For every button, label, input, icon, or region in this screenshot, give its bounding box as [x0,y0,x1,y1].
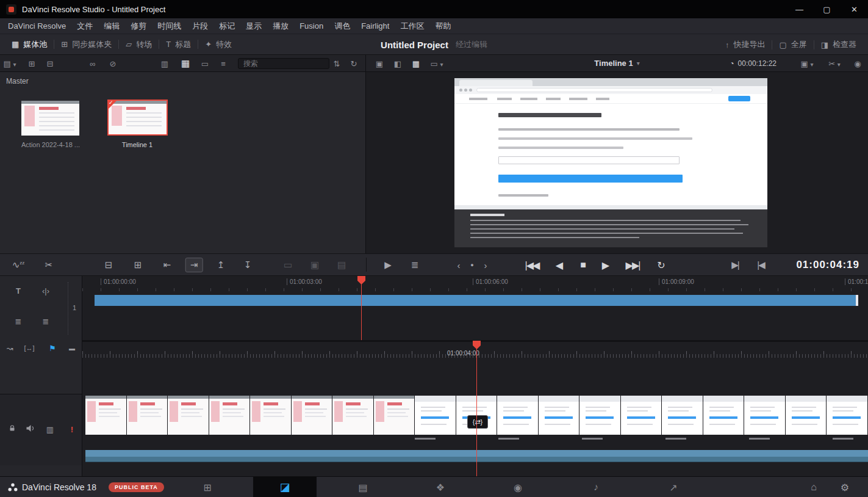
titles-button[interactable]: T 标题 [159,39,198,50]
trim-mode-button[interactable]: ‹|› [42,286,49,296]
place-on-top-button[interactable]: ↥ [217,259,225,270]
timeline-clip-thumbnail[interactable] [292,396,333,435]
menu-item-fusion[interactable]: Fusion [294,21,329,31]
timeline-clip-thumbnail[interactable] [209,396,251,435]
append-button[interactable]: ⊞ [134,259,142,270]
sort-button[interactable]: ⇅ [334,59,340,68]
timeline-clip-thumbnail[interactable] [827,396,868,435]
timeline-clip-thumbnail[interactable] [127,396,168,435]
media-pool-button[interactable]: ▦ 媒体池 [5,39,54,50]
view-filmstrip-button[interactable]: ▥ [161,59,168,68]
clip-name[interactable]: Timeline 1 [98,141,177,148]
chevron-down-icon[interactable]: ▾ [637,60,640,67]
timeline-clip-thumbnail[interactable] [744,396,786,435]
menu-item-workspace[interactable]: 工作区 [395,21,429,32]
timeline-clip-thumbnail[interactable] [168,396,209,435]
smart-insert-button[interactable]: ⊟ [105,259,113,270]
timeline-clip-thumbnail[interactable] [539,396,580,435]
menu-item-file[interactable]: 文件 [71,21,98,32]
mixer-button[interactable]: ≣ [411,259,419,270]
razor-button[interactable]: ✂ [45,259,53,270]
timeline-clip-thumbnail[interactable] [621,396,662,435]
menu-item-help[interactable]: 帮助 [429,21,456,32]
shuttle-left-icon[interactable]: ‹ [457,259,461,270]
menu-item-playback[interactable]: 播放 [267,21,294,32]
page-cut-button[interactable]: ◪ [253,477,317,497]
search-input[interactable] [238,58,329,69]
page-edit-button[interactable]: ▤ [346,477,380,497]
timeline-clip-thumbnail[interactable] [415,396,456,435]
retime-curve-button[interactable]: ↝ [7,344,13,353]
shuttle-dot-icon[interactable]: ● [470,262,473,268]
go-to-end-button[interactable]: ▶▶| [626,259,640,270]
media-clip-thumbnail-selected[interactable]: ✓ [107,100,168,136]
menu-item-timeline[interactable]: 时间线 [152,21,187,32]
media-clip-thumbnail[interactable] [21,101,79,136]
timeline-clip-thumbnail[interactable] [579,396,621,435]
audio-trim-button[interactable]: ∿zz [12,259,25,270]
sync-clips-button[interactable]: ∞ [90,59,95,68]
view-strip-button[interactable]: ▭ [201,59,209,68]
upper-timeline-clip[interactable] [95,295,858,306]
ripple-overwrite-button[interactable]: ⇤ [163,259,171,270]
viewer-photo-button[interactable]: ▣ [376,59,383,68]
maximize-button[interactable]: ▢ [813,0,841,18]
shuttle-right-icon[interactable]: › [484,259,487,270]
effects-button[interactable]: ✦ 特效 [198,39,239,50]
home-button[interactable]: ⌂ [802,477,826,497]
add-bin-button[interactable]: ⊞ [29,59,35,68]
camera-button[interactable]: ▣ ▾ [801,59,814,68]
page-color-button[interactable]: ◉ [501,477,535,497]
page-deliver-button[interactable]: ↗ [656,477,690,497]
sync-track-a-button[interactable]: ≣ [15,317,22,326]
menu-item-edit[interactable]: 编辑 [98,21,125,32]
page-media-button[interactable]: ⊞ [190,477,224,497]
clip-name[interactable]: Action 2022-4-18 ... [5,141,96,148]
close-up-button[interactable]: ⇥ [185,258,203,272]
sync-track-b-button[interactable]: ≣ [43,317,49,326]
viewer-compare-button[interactable]: ◧ [394,59,401,68]
speaker-icon[interactable] [26,424,35,434]
source-overwrite-button[interactable]: ↧ [244,259,252,270]
view-thumbnail-button[interactable]: ▦ [181,58,190,69]
range-tool-button[interactable]: [↔] [24,344,34,352]
viewer-multicam-button[interactable]: ▦ [412,59,420,68]
fullscreen-button[interactable]: ▢ 全屏 [772,39,813,50]
crop-button[interactable]: ✂ ▾ [828,59,841,68]
timeline-clip-thumbnail[interactable] [497,396,539,435]
menu-item-trim[interactable]: 修剪 [125,21,152,32]
go-to-start-button[interactable]: |◀◀ [525,259,539,270]
match-out-button[interactable]: ▶| [731,259,738,270]
lock-icon[interactable] [9,425,16,434]
timeline-clip-thumbnail[interactable] [703,396,745,435]
color-wheel-button[interactable]: ◉ [854,59,861,68]
timeline-clip-thumbnail[interactable] [250,396,292,435]
menu-item-fairlight[interactable]: Fairlight [356,21,395,31]
play-button[interactable]: ▶ [602,259,609,270]
track-lock-button[interactable]: T [16,286,21,296]
menu-item-view[interactable]: 显示 [240,21,267,32]
playback-speed-button[interactable]: ▶ [384,259,392,270]
timeline-clip-thumbnail[interactable] [662,396,703,435]
step-back-button[interactable]: ◀ [556,259,563,270]
upper-playhead[interactable] [357,276,365,340]
viewer-overlay-button[interactable]: ▭ ▾ [431,59,443,68]
page-fusion-button[interactable]: ❖ [423,477,457,497]
menu-item-mark[interactable]: 标记 [213,21,240,32]
lower-playhead[interactable] [473,341,481,476]
quick-export-button[interactable]: ↑ 快捷导出 [719,39,772,50]
timeline-selector-label[interactable]: Timeline 1 [594,59,633,68]
settings-button[interactable]: ⚙ [833,477,857,497]
inspector-button[interactable]: ◨ 检查器 [814,39,863,50]
viewer-frame[interactable] [454,78,767,247]
timeline-clip-thumbnail[interactable] [85,396,127,435]
timeline-clip-thumbnail[interactable] [374,396,415,435]
timeline-canvas[interactable]: 01:00:00:00 01:00:03:00 01:00:06:00 01:0… [82,276,868,476]
menu-item-color[interactable]: 调色 [329,21,356,32]
flag-button[interactable]: ⚑ [49,344,56,353]
video-track-icon[interactable]: ▥ [46,425,54,434]
menu-item-davinci-resolve[interactable]: DaVinci Resolve [2,21,71,31]
upper-timeline-ruler[interactable]: 01:00:00:00 01:00:03:00 01:00:06:00 01:0… [82,276,868,291]
stop-button[interactable]: ■ [580,259,586,270]
view-list-button[interactable]: ≡ [221,59,226,68]
